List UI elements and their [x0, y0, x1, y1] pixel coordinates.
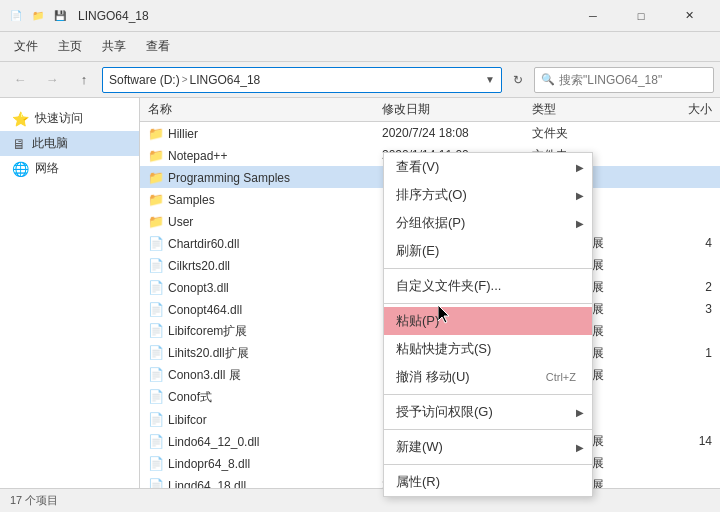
maximize-button[interactable]: □ — [618, 0, 664, 32]
refresh-button[interactable]: ↻ — [506, 67, 530, 93]
context-menu-item--------s-[interactable]: 粘贴快捷方式(S) — [384, 335, 592, 363]
file-name: 📁Samples — [148, 192, 382, 207]
window-title: LINGO64_18 — [78, 9, 570, 23]
sidebar-item-quick-access[interactable]: ⭐ 快速访问 — [0, 106, 139, 131]
ctx-label: 新建(W) — [396, 438, 443, 456]
file-type: 文件夹 — [532, 125, 652, 142]
context-menu-item------p-[interactable]: 分组依据(P)▶ — [384, 209, 592, 237]
header-date[interactable]: 修改日期 — [382, 101, 532, 118]
minimize-button[interactable]: ─ — [570, 0, 616, 32]
breadcrumb: Software (D:) > LINGO64_18 — [109, 73, 260, 87]
address-bar[interactable]: Software (D:) > LINGO64_18 ▼ — [102, 67, 502, 93]
breadcrumb-part2: LINGO64_18 — [190, 73, 261, 87]
ctx-label: 分组依据(P) — [396, 214, 465, 232]
file-date: 2020/7/24 18:08 — [382, 126, 532, 140]
dll-icon: 📄 — [148, 456, 164, 471]
folder-icon: 📁 — [148, 214, 164, 229]
context-menu-item----w-[interactable]: 新建(W)▶ — [384, 433, 592, 461]
file-name: 📁Programming Samples — [148, 170, 382, 185]
context-menu-item--------f----[interactable]: 自定义文件夹(F)... — [384, 272, 592, 300]
header-size[interactable]: 大小 — [652, 101, 712, 118]
file-name: 📄Conof式 — [148, 389, 382, 406]
chevron-right-icon: ▶ — [576, 162, 584, 173]
file-size: 2 — [652, 280, 712, 294]
chevron-right-icon: ▶ — [576, 407, 584, 418]
sidebar-label-network: 网络 — [35, 160, 59, 177]
menu-bar: 文件 主页 共享 查看 — [0, 32, 720, 62]
forward-button[interactable]: → — [38, 66, 66, 94]
ctx-label: 排序方式(O) — [396, 186, 467, 204]
dll-icon: 📄 — [148, 412, 164, 427]
file-size: 4 — [652, 236, 712, 250]
ctx-label: 撤消 移动(U) — [396, 368, 470, 386]
dll-icon: 📄 — [148, 236, 164, 251]
sidebar-label-this-pc: 此电脑 — [32, 135, 68, 152]
chevron-right-icon: ▶ — [576, 218, 584, 229]
file-name: 📄Lindo64_12_0.dll — [148, 434, 382, 449]
file-name: 📄Conon3.dll 展 — [148, 367, 382, 384]
file-name: 📄Libifcorem扩展 — [148, 323, 382, 340]
folder-icon: 📁 — [148, 148, 164, 163]
menu-share[interactable]: 共享 — [92, 34, 136, 59]
dll-icon: 📄 — [148, 434, 164, 449]
breadcrumb-sep: > — [182, 74, 188, 85]
chevron-right-icon: ▶ — [576, 190, 584, 201]
file-name: 📁Notepad++ — [148, 148, 382, 163]
dll-icon: 📄 — [148, 323, 164, 338]
ctx-label: 粘贴(P) — [396, 312, 439, 330]
up-button[interactable]: ↑ — [70, 66, 98, 94]
sidebar: ⭐ 快速访问 🖥 此电脑 🌐 网络 — [0, 98, 140, 488]
ctx-label: 属性(R) — [396, 473, 440, 491]
address-dropdown-arrow[interactable]: ▼ — [485, 74, 495, 85]
dll-icon: 📄 — [148, 302, 164, 317]
sidebar-label-quick-access: 快速访问 — [35, 110, 83, 127]
ctx-label: 授予访问权限(G) — [396, 403, 493, 421]
menu-view[interactable]: 查看 — [136, 34, 180, 59]
file-name: 📄Lingd64_18.dll — [148, 478, 382, 489]
context-menu-item----r-[interactable]: 属性(R) — [384, 468, 592, 496]
computer-icon: 🖥 — [12, 136, 26, 152]
breadcrumb-part1: Software (D:) — [109, 73, 180, 87]
sidebar-item-this-pc[interactable]: 🖥 此电脑 — [0, 131, 139, 156]
file-name: 📁User — [148, 214, 382, 229]
file-name: 📄Cilkrts20.dll — [148, 258, 382, 273]
doc-icon: 📄 — [8, 8, 24, 24]
window-controls[interactable]: ─ □ ✕ — [570, 0, 712, 32]
status-text: 17 个项目 — [10, 493, 58, 508]
title-bar: 📄 📁 💾 LINGO64_18 ─ □ ✕ — [0, 0, 720, 32]
context-menu-item----v-[interactable]: 查看(V)▶ — [384, 153, 592, 181]
context-menu-item------o-[interactable]: 排序方式(O)▶ — [384, 181, 592, 209]
file-size: 3 — [652, 302, 712, 316]
context-menu-separator — [384, 268, 592, 269]
file-size: 1 — [652, 346, 712, 360]
dll-icon: 📄 — [148, 389, 164, 404]
ctx-label: 查看(V) — [396, 158, 439, 176]
context-menu-item-------u-[interactable]: 撤消 移动(U)Ctrl+Z — [384, 363, 592, 391]
header-name[interactable]: 名称 — [148, 101, 382, 118]
folder-icon: 📁 — [148, 126, 164, 141]
file-name: 📄Chartdir60.dll — [148, 236, 382, 251]
file-name: 📄Libifcor — [148, 412, 382, 427]
search-icon: 🔍 — [541, 73, 555, 86]
context-menu-item-paste[interactable]: 粘贴(P) — [384, 307, 592, 335]
dll-icon: 📄 — [148, 345, 164, 360]
close-button[interactable]: ✕ — [666, 0, 712, 32]
context-menu: 查看(V)▶排序方式(O)▶分组依据(P)▶刷新(E)自定义文件夹(F)...粘… — [383, 152, 593, 497]
menu-home[interactable]: 主页 — [48, 34, 92, 59]
context-menu-item--------g-[interactable]: 授予访问权限(G)▶ — [384, 398, 592, 426]
back-button[interactable]: ← — [6, 66, 34, 94]
search-bar[interactable]: 🔍 — [534, 67, 714, 93]
file-size: 14 — [652, 434, 712, 448]
header-type[interactable]: 类型 — [532, 101, 652, 118]
network-icon: 🌐 — [12, 161, 29, 177]
file-row[interactable]: 📁Hillier 2020/7/24 18:08 文件夹 — [140, 122, 720, 144]
chevron-right-icon: ▶ — [576, 442, 584, 453]
dll-icon: 📄 — [148, 280, 164, 295]
sidebar-item-network[interactable]: 🌐 网络 — [0, 156, 139, 181]
file-name: 📁Hillier — [148, 126, 382, 141]
title-bar-icons: 📄 📁 💾 — [8, 8, 68, 24]
search-input[interactable] — [559, 73, 707, 87]
menu-file[interactable]: 文件 — [4, 34, 48, 59]
context-menu-item----e-[interactable]: 刷新(E) — [384, 237, 592, 265]
dll-icon: 📄 — [148, 258, 164, 273]
